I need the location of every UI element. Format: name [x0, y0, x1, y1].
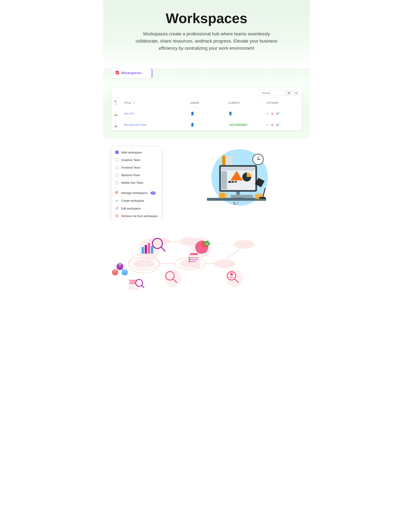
cell-row-num: 1 20: [111, 108, 121, 119]
svg-rect-27: [230, 195, 253, 198]
svg-point-48: [233, 240, 255, 248]
cell-title-1: Ajax test: [121, 108, 188, 119]
cell-clients-1: 👤: [226, 108, 264, 119]
cell-clients-2: NOT ASSIGNED: [226, 119, 264, 130]
cell-title-2: Management Team: [121, 119, 188, 130]
checkbox-inactive-icon-1: [115, 158, 119, 162]
edit-icon-2[interactable]: ✏: [266, 123, 269, 126]
users-icon-2: 👤: [190, 123, 194, 126]
dropdown-item-remove-workspace[interactable]: Remove me from workspace: [111, 212, 161, 220]
sort-icon-title: ⇅: [133, 102, 135, 104]
table-row: 2 18 Management Team 👤 NOT ASSIGNED: [111, 119, 302, 130]
col-header-id: ID ▼: [111, 98, 121, 108]
illustration-container: [169, 147, 302, 206]
manage-workspaces-label: Manage workspaces: [121, 191, 147, 195]
hero-section: Workspaces Workspaces create a professio…: [103, 0, 310, 68]
svg-rect-83: [130, 283, 135, 284]
svg-rect-82: [130, 282, 136, 282]
svg-rect-58: [148, 243, 150, 254]
table-section: ⚙ ▾ ID ▼ TITLE ⇅ USERS CLIENTS ACTIONS: [103, 84, 310, 139]
checkbox-inactive-icon-4: [115, 181, 119, 185]
network-illustration-section: [103, 222, 310, 292]
dropdown-divider: [111, 188, 161, 188]
link-icon-1[interactable]: 🔗: [276, 112, 279, 115]
remove-workspace-label: Remove me from workspace: [121, 214, 158, 218]
create-plus-icon: +: [115, 199, 119, 203]
workspace-item-label-2: Frontend Team: [121, 166, 140, 169]
cell-actions-2: ✏ 🗑 🔗: [264, 119, 302, 130]
svg-rect-4: [117, 192, 118, 194]
col-header-clients: CLIENTS: [226, 98, 264, 108]
dropdown-button[interactable]: ▾: [294, 90, 299, 96]
svg-rect-23: [235, 181, 237, 183]
workspace-link-2[interactable]: Management Team: [124, 123, 147, 126]
svg-point-50: [118, 263, 121, 266]
svg-line-85: [142, 285, 144, 287]
hero-subtitle: Workspaces create a professional hub whe…: [135, 30, 278, 52]
svg-point-54: [123, 269, 126, 272]
svg-rect-57: [145, 245, 147, 254]
svg-rect-1: [116, 191, 117, 192]
settings-button[interactable]: ⚙: [286, 90, 292, 96]
cell-row-num-2: 2 18: [111, 119, 121, 130]
svg-rect-31: [259, 197, 266, 199]
workspace-tab-container: Workspaces: [103, 68, 310, 84]
link-icon-2[interactable]: 🔗: [276, 123, 279, 126]
svg-rect-66: [190, 253, 198, 255]
dropdown-item-graphics-team[interactable]: Graphics Team: [111, 156, 161, 164]
bottom-section: Main workspace Graphics Team Frontend Te…: [103, 139, 310, 222]
svg-rect-65: [188, 254, 200, 268]
svg-rect-28: [219, 193, 225, 198]
cell-actions-1: ✏ 🗑 🔗: [264, 108, 302, 119]
svg-rect-18: [221, 171, 227, 189]
workspace-tab[interactable]: Workspaces: [111, 68, 152, 78]
users-icon-1: 👤: [190, 112, 194, 115]
checkbox-active-icon: [115, 151, 119, 154]
create-workspace-label: Create workspace: [121, 199, 144, 202]
table-wrapper: ⚙ ▾ ID ▼ TITLE ⇅ USERS CLIENTS ACTIONS: [111, 88, 302, 130]
page-title: Workspaces: [111, 10, 302, 26]
workspace-item-label-3: Backend Team: [121, 173, 140, 177]
svg-rect-59: [151, 246, 153, 254]
workspace-tab-label: Workspaces: [121, 71, 142, 75]
svg-rect-21: [228, 181, 231, 183]
svg-point-14: [257, 159, 259, 160]
dropdown-item-backend-team[interactable]: Backend Team: [111, 171, 161, 179]
svg-rect-56: [142, 247, 144, 254]
svg-point-70: [189, 257, 190, 259]
edit-workspace-icon: [115, 207, 119, 210]
action-icons-1: ✏ 🗑 🔗: [266, 112, 299, 115]
cell-users-1: 👤: [187, 108, 226, 119]
remove-icon: [115, 214, 119, 218]
dropdown-item-create-workspace[interactable]: + Create workspace: [111, 197, 161, 205]
col-header-title: TITLE ⇅: [121, 98, 188, 108]
svg-point-46: [214, 259, 236, 268]
col-header-actions: ACTIONS: [264, 98, 302, 108]
manage-icon: [115, 191, 119, 195]
network-svg: [103, 226, 310, 292]
edit-icon-1[interactable]: ✏: [266, 112, 269, 115]
checkbox-inactive-icon-2: [115, 166, 119, 170]
search-input[interactable]: [260, 90, 284, 96]
svg-rect-17: [221, 167, 255, 171]
table-header-row: ID ▼ TITLE ⇅ USERS CLIENTS ACTIONS: [111, 98, 302, 108]
workspace-checkbox-icon: [116, 71, 119, 76]
svg-rect-33: [233, 201, 235, 204]
workspace-item-label-0: Main workspace: [121, 151, 142, 154]
dropdown-item-main-workspace[interactable]: Main workspace: [111, 149, 161, 156]
edit-workspace-label: Edit workspace: [121, 207, 141, 210]
delete-icon-1[interactable]: 🗑: [271, 112, 274, 115]
dropdown-item-edit-workspace[interactable]: Edit workspace: [111, 205, 161, 212]
svg-rect-22: [231, 181, 234, 183]
svg-point-64: [204, 241, 210, 246]
dropdown-item-mobile-dev[interactable]: Mobile Dev Team: [111, 179, 161, 187]
sort-icon-id: ▼: [115, 103, 118, 106]
dropdown-item-manage-workspaces[interactable]: Manage workspaces +3: [111, 189, 161, 197]
delete-icon-2[interactable]: 🗑: [271, 123, 274, 126]
dropdown-item-frontend-team[interactable]: Frontend Team: [111, 164, 161, 171]
workspace-dropdown-menu: Main workspace Graphics Team Frontend Te…: [111, 147, 161, 222]
svg-rect-3: [116, 192, 117, 194]
workspace-item-label-4: Mobile Dev Team: [121, 181, 143, 184]
clients-icon-1: 👤: [228, 112, 232, 115]
workspace-link-1[interactable]: Ajax test: [124, 112, 134, 115]
